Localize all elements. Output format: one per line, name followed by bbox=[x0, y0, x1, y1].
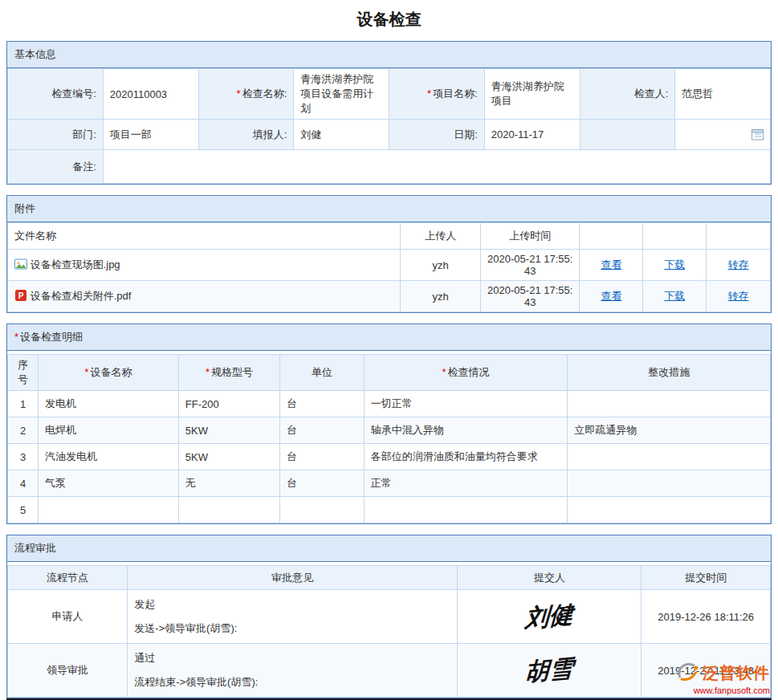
filler-label: 填报人: bbox=[198, 120, 294, 150]
detail-name: 气泵 bbox=[39, 470, 179, 497]
detail-status: 一切正常 bbox=[364, 391, 568, 417]
attachment-upload-time: 2020-05-21 17:55:43 bbox=[481, 281, 580, 312]
department-value: 项目一部 bbox=[103, 120, 198, 150]
view-link[interactable]: 查看 bbox=[601, 258, 621, 271]
attachment-file-name: 设备检查现场图.jpg bbox=[31, 258, 120, 271]
detail-table: 序号 *设备名称 *规格型号 单位 *检查情况 整改措施 1 发电机 FF-20… bbox=[7, 354, 771, 523]
basic-info-table: 检查编号: 2020110003 *检查名称: 青海洪湖养护院项目设备需用计划 … bbox=[7, 68, 771, 184]
table-row: 2 电焊机 5KW 台 轴承中混入异物 立即疏通异物 bbox=[8, 417, 771, 444]
inspection-name-label: *检查名称: bbox=[198, 69, 294, 120]
detail-model: FF-200 bbox=[178, 391, 279, 417]
detail-header-status: *检查情况 bbox=[364, 355, 568, 391]
table-row: 领导审批 通过 流程结束->领导审批(胡雪): 胡雪 2019-12-27 11… bbox=[8, 644, 771, 698]
detail-status bbox=[364, 497, 568, 523]
detail-unit: 台 bbox=[280, 470, 365, 497]
inspection-no-value: 2020110003 bbox=[103, 69, 198, 120]
remark-label: 备注: bbox=[8, 150, 104, 184]
empty-label-cell bbox=[580, 120, 675, 150]
attachments-header-action2 bbox=[643, 223, 707, 250]
attachment-uploader: yzh bbox=[401, 250, 481, 281]
transfer-link[interactable]: 转存 bbox=[728, 258, 749, 271]
detail-name: 发电机 bbox=[39, 391, 179, 417]
detail-unit: 台 bbox=[280, 417, 365, 444]
opinion-line: 发起 bbox=[134, 596, 450, 620]
attachments-section-title: 附件 bbox=[7, 196, 771, 222]
inspector-value: 范思哲 bbox=[675, 69, 771, 120]
svg-text:P: P bbox=[18, 291, 24, 300]
calendar-icon[interactable] bbox=[752, 128, 764, 140]
approval-header-submitter: 提交人 bbox=[458, 566, 642, 590]
detail-section: *设备检查明细 序号 *设备名称 *规格型号 单位 *检查情况 整改措施 1 发… bbox=[6, 324, 772, 524]
view-link[interactable]: 查看 bbox=[601, 290, 621, 302]
detail-unit: 台 bbox=[280, 391, 365, 417]
opinion-line: 发送->领导审批(胡雪): bbox=[134, 620, 450, 637]
attachment-row: P 设备检查相关附件.pdf yzh 2020-05-21 17:55:43 查… bbox=[8, 281, 771, 312]
pdf-file-icon: P bbox=[14, 289, 27, 302]
detail-header-model: *规格型号 bbox=[178, 355, 279, 391]
filler-value: 刘健 bbox=[294, 120, 389, 150]
detail-action bbox=[568, 470, 771, 497]
table-row: 3 汽油发电机 5KW 台 各部位的润滑油质和油量均符合要求 bbox=[8, 444, 771, 470]
download-link[interactable]: 下载 bbox=[664, 258, 685, 271]
detail-action bbox=[568, 497, 771, 523]
download-link[interactable]: 下载 bbox=[664, 290, 685, 302]
required-mark: * bbox=[427, 88, 431, 100]
department-label: 部门: bbox=[8, 120, 104, 150]
detail-no: 3 bbox=[8, 444, 39, 470]
picker-cell bbox=[675, 120, 771, 150]
signature-approver: 胡雪 bbox=[458, 644, 642, 698]
approval-header-node: 流程节点 bbox=[8, 566, 128, 590]
attachments-header-filename: 文件名称 bbox=[8, 223, 401, 250]
approval-node: 申请人 bbox=[8, 590, 128, 644]
approval-section: 流程审批 流程节点 审批意见 提交人 提交时间 申请人 发起 发送->领导审批(… bbox=[6, 535, 772, 698]
detail-model: 5KW bbox=[178, 417, 279, 444]
detail-no: 2 bbox=[8, 417, 39, 444]
detail-unit bbox=[280, 497, 365, 523]
detail-status: 正常 bbox=[364, 470, 568, 497]
attachments-header-uploader: 上传人 bbox=[401, 223, 481, 250]
detail-name bbox=[39, 497, 179, 523]
attachment-row: 设备检查现场图.jpg yzh 2020-05-21 17:55:43 查看 下… bbox=[8, 250, 771, 281]
approval-table: 流程节点 审批意见 提交人 提交时间 申请人 发起 发送->领导审批(胡雪): … bbox=[7, 565, 771, 698]
required-mark: * bbox=[84, 366, 88, 378]
detail-no: 1 bbox=[8, 391, 39, 417]
transfer-link[interactable]: 转存 bbox=[728, 290, 749, 302]
brand-url: www.fanpusoft.com bbox=[675, 686, 770, 695]
fanpu-logo-icon bbox=[675, 661, 699, 685]
detail-header-no: 序号 bbox=[8, 355, 39, 391]
detail-status: 各部位的润滑油质和油量均符合要求 bbox=[364, 444, 568, 470]
detail-header-name: *设备名称 bbox=[39, 355, 179, 391]
attachment-upload-time: 2020-05-21 17:55:43 bbox=[481, 250, 580, 281]
detail-no: 5 bbox=[8, 497, 39, 523]
detail-unit: 台 bbox=[280, 444, 365, 470]
detail-no: 4 bbox=[8, 470, 39, 497]
inspection-no-label: 检查编号: bbox=[8, 69, 104, 120]
approval-section-title: 流程审批 bbox=[7, 535, 771, 562]
remark-value bbox=[103, 150, 770, 184]
detail-section-title: *设备检查明细 bbox=[7, 324, 771, 351]
approval-opinion: 通过 流程结束->领导审批(胡雪): bbox=[128, 644, 458, 698]
detail-name: 汽油发电机 bbox=[39, 444, 179, 470]
detail-header-unit: 单位 bbox=[280, 355, 365, 391]
basic-info-section-title: 基本信息 bbox=[7, 42, 771, 68]
table-row: 5 bbox=[8, 497, 771, 523]
date-label: 日期: bbox=[389, 120, 485, 150]
project-name-label: *项目名称: bbox=[389, 69, 485, 120]
attachments-header-uploadtime: 上传时间 bbox=[481, 223, 580, 250]
detail-model: 无 bbox=[178, 470, 279, 497]
vendor-watermark: 泛普软件 www.fanpusoft.com bbox=[675, 661, 770, 695]
date-value: 2020-11-17 bbox=[484, 120, 580, 150]
detail-model: 5KW bbox=[178, 444, 279, 470]
detail-name: 电焊机 bbox=[39, 417, 179, 444]
attachment-uploader: yzh bbox=[401, 281, 481, 312]
attachments-table: 文件名称 上传人 上传时间 设备检查现场图.jpg bbox=[7, 222, 771, 312]
opinion-line: 通过 bbox=[134, 649, 450, 674]
detail-model bbox=[178, 497, 279, 523]
detail-header-action: 整改措施 bbox=[568, 355, 771, 391]
attachments-section: 附件 文件名称 上传人 上传时间 bbox=[6, 195, 772, 313]
attachments-header-action1 bbox=[580, 223, 643, 250]
image-file-icon bbox=[14, 258, 27, 271]
table-row: 1 发电机 FF-200 台 一切正常 bbox=[8, 391, 771, 417]
required-mark: * bbox=[442, 366, 446, 378]
approval-opinion: 发起 发送->领导审批(胡雪): bbox=[128, 590, 458, 644]
